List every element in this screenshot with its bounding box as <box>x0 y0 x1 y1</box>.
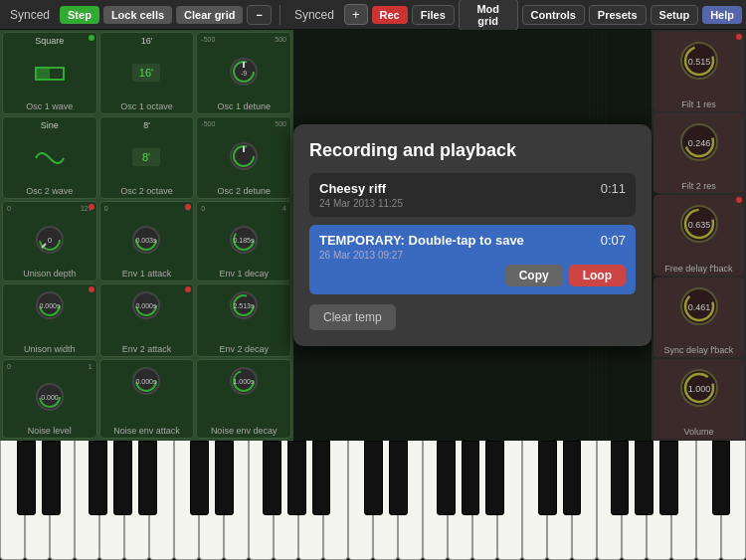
synth-panel: Square Osc 1 wave 16' 16' Osc 1 octave -… <box>0 30 293 441</box>
piano-white-key[interactable] <box>373 441 398 560</box>
help-button[interactable]: Help <box>702 6 742 24</box>
volume-cell[interactable]: 1.000 Volume <box>653 359 744 439</box>
piano-white-key[interactable] <box>25 441 50 560</box>
piano-white-key[interactable] <box>174 441 199 560</box>
osc2-wave-label: Osc 2 wave <box>26 186 73 196</box>
osc2-detune-cell[interactable]: -500500 Osc 2 detune <box>196 116 291 199</box>
unison-width-cell[interactable]: 0.000s Unison width <box>2 283 97 357</box>
env1-decay-cell[interactable]: 04 0.185s Env 1 decay <box>196 201 291 280</box>
osc2-octave-label: Osc 2 octave <box>120 186 173 196</box>
recording-modal: Recording and playback Cheesy riff 0:11 … <box>293 124 652 346</box>
osc2-wave-cell[interactable]: Sine Osc 2 wave <box>2 116 97 199</box>
piano-white-key[interactable] <box>423 441 448 560</box>
piano-white-key[interactable] <box>572 441 597 560</box>
piano-white-key[interactable] <box>398 441 423 560</box>
osc2-detune-knob <box>226 138 262 174</box>
piano-white-key[interactable] <box>647 441 671 560</box>
unison-depth-label: Unison depth <box>23 269 76 279</box>
piano-white-key[interactable] <box>274 441 298 560</box>
noise-env-decay-cell[interactable]: 1.000s Noise env decay <box>196 359 291 439</box>
rec-buttons: Copy Loop <box>319 265 626 286</box>
free-delay-knob: 0.635 <box>674 199 724 249</box>
piano-white-key[interactable] <box>547 441 572 560</box>
filt1-res-cell[interactable]: 0.515 Filt 1 res <box>653 32 744 111</box>
noise-env-decay-label: Noise env decay <box>211 426 278 436</box>
copy-button[interactable]: Copy <box>505 265 563 286</box>
piano-white-key[interactable] <box>50 441 75 560</box>
svg-text:1.000: 1.000 <box>687 384 710 394</box>
noise-level-cell[interactable]: 01 0.000 Noise level <box>2 359 97 439</box>
minus-button[interactable]: − <box>247 5 271 25</box>
top-bar: Synced Step Lock cells Clear grid − Sync… <box>0 0 746 30</box>
modal-footer: Clear temp <box>309 304 636 330</box>
files-button[interactable]: Files <box>412 5 455 25</box>
osc1-detune-knob: -9 <box>226 54 262 90</box>
piano-white-key[interactable] <box>671 441 696 560</box>
piano-white-key[interactable] <box>224 441 249 560</box>
piano-white-key[interactable] <box>721 441 746 560</box>
svg-text:0.185s: 0.185s <box>234 237 256 244</box>
filt2-res-cell[interactable]: 0.246 Filt 2 res <box>653 113 744 193</box>
piano-white-key[interactable] <box>298 441 323 560</box>
svg-text:2.513s: 2.513s <box>234 302 256 309</box>
piano-white-key[interactable] <box>0 441 25 560</box>
svg-text:0.000: 0.000 <box>41 394 59 401</box>
osc2-octave-cell[interactable]: 8' 8' Osc 2 octave <box>99 116 195 199</box>
piano-white-key[interactable] <box>99 441 124 560</box>
piano-white-key[interactable] <box>522 441 547 560</box>
piano-white-key[interactable] <box>622 441 647 560</box>
add-button[interactable]: + <box>344 4 368 25</box>
piano-white-key[interactable] <box>249 441 274 560</box>
svg-text:0.000s: 0.000s <box>39 302 61 309</box>
clear-grid-button[interactable]: Clear grid <box>176 6 243 24</box>
recording-item-1[interactable]: Cheesy riff 0:11 24 Mar 2013 11:25 <box>309 173 636 217</box>
presets-button[interactable]: Presets <box>589 5 647 25</box>
piano-white-key[interactable] <box>149 441 174 560</box>
unison-depth-cell[interactable]: 0127 0 Unison depth <box>2 201 97 280</box>
lock-cells-button[interactable]: Lock cells <box>103 6 172 24</box>
filt1-res-knob: 0.515 <box>674 36 724 86</box>
filt1-res-label: Filt 1 res <box>681 99 716 109</box>
rec-name-2: TEMPORARY: Double-tap to save <box>319 233 524 248</box>
osc2-detune-label: Osc 2 detune <box>217 186 271 196</box>
svg-text:8': 8' <box>142 151 150 163</box>
piano-white-key[interactable] <box>472 441 497 560</box>
osc1-detune-cell[interactable]: -500500 -9 Osc 1 detune <box>196 32 291 114</box>
osc1-wave-cell[interactable]: Square Osc 1 wave <box>2 32 97 114</box>
noise-env-attack-cell[interactable]: 0.000s Noise env attack <box>99 359 195 439</box>
rec-button[interactable]: Rec <box>372 6 408 24</box>
piano-white-key[interactable] <box>199 441 224 560</box>
piano-white-key[interactable] <box>75 441 99 560</box>
recording-item-2[interactable]: TEMPORARY: Double-tap to save 0:07 26 Ma… <box>309 225 636 294</box>
env2-attack-cell[interactable]: 0.000s Env 2 attack <box>99 283 195 357</box>
unison-width-knob: 0.000s <box>32 287 68 323</box>
env2-decay-cell[interactable]: 2.513s Env 2 decay <box>196 283 291 357</box>
piano-white-key[interactable] <box>124 441 149 560</box>
main-area: Square Osc 1 wave 16' 16' Osc 1 octave -… <box>0 30 746 441</box>
mod-grid-button[interactable]: Mod grid <box>459 0 518 31</box>
red-dot <box>185 286 191 292</box>
piano-white-key[interactable] <box>696 441 721 560</box>
red-dot <box>736 197 742 203</box>
env1-attack-cell[interactable]: 04 0.003s Env 1 attack <box>99 201 195 280</box>
setup-button[interactable]: Setup <box>651 5 699 25</box>
svg-rect-1 <box>36 68 50 80</box>
svg-text:0.000s: 0.000s <box>136 378 158 385</box>
osc2-wave-knob <box>32 140 68 176</box>
osc1-octave-cell[interactable]: 16' 16' Osc 1 octave <box>99 32 195 114</box>
controls-button[interactable]: Controls <box>522 5 585 25</box>
piano-keys[interactable] <box>0 441 746 560</box>
sync-delay-knob: 0.461 <box>674 281 724 331</box>
sync-delay-cell[interactable]: 0.461 Sync delay f'back <box>653 278 744 357</box>
free-delay-cell[interactable]: 0.635 Free delay f'back <box>653 195 744 275</box>
piano-white-key[interactable] <box>497 441 522 560</box>
piano-white-key[interactable] <box>348 441 373 560</box>
step-button[interactable]: Step <box>60 6 99 24</box>
piano-white-key[interactable] <box>597 441 622 560</box>
svg-text:16': 16' <box>139 67 153 79</box>
loop-button[interactable]: Loop <box>569 265 626 286</box>
piano-white-key[interactable] <box>448 441 472 560</box>
piano-white-key[interactable] <box>323 441 348 560</box>
clear-temp-button[interactable]: Clear temp <box>309 304 396 330</box>
osc1-wave-knob <box>32 56 68 92</box>
